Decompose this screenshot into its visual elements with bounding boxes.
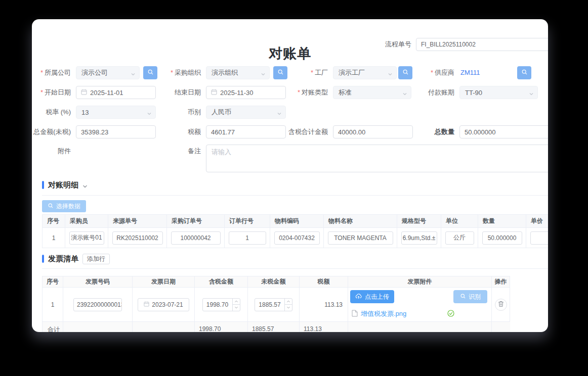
document-icon [352,310,358,318]
qty-input[interactable]: 50.000000 [482,231,522,245]
remark-textarea[interactable] [206,145,548,172]
factory-select[interactable]: 演示工厂 [333,66,397,79]
detail-col-no: 序号 [42,214,65,228]
invoice-col-number: 发票号码 [63,276,133,288]
summary-label: 合计 [42,322,63,332]
section-divider [42,268,548,269]
detail-section-title: 对账明细 [48,180,78,190]
invoice-tax-value: 113.13 [300,288,348,322]
invoice-table-row: 1 239220000000139 2023-07-21 1998.70 [42,288,510,322]
chevron-down-icon [131,71,136,78]
search-icon [460,293,466,301]
detail-header-row: 序号 采购员 来源单号 采购订单号 订单行号 物料编码 物料名称 规格型号 单位… [42,214,548,228]
invoice-col-untaxed: 未税金额 [248,276,300,288]
start-date-label: *开始日期 [32,86,71,99]
select-data-button[interactable]: 选择数据 [42,200,86,212]
spec-input[interactable]: 6.9um,Std.± [401,231,437,245]
invoice-col-date: 发票日期 [133,276,195,288]
factory-label: *工厂 [265,66,328,79]
trash-icon [498,301,504,309]
upload-cloud-icon [355,293,362,301]
po-no-input[interactable]: 100000042 [171,231,221,245]
supplier-label: *供应商 [391,66,454,79]
section-divider [42,195,548,196]
ocr-recognize-button[interactable]: 识别 [453,290,487,303]
invoice-file-link[interactable]: 增值税发票.png [352,309,406,318]
payment-term-select[interactable]: TT-90 [459,86,538,99]
tax-rate-label: 税率 (%) [32,106,71,119]
collapse-chevron-icon[interactable] [82,182,88,192]
section-accent-bar [42,181,44,189]
tax-rate-select[interactable]: 13 [76,106,156,119]
invoice-col-with-tax: 含税金额 [195,276,248,288]
stepper-up-icon[interactable] [285,299,292,305]
add-row-button[interactable]: 添加行 [82,254,110,264]
detail-col-price: 单价 [526,214,548,228]
line-no-input[interactable]: 1 [229,231,266,245]
detail-col-buyer: 采购员 [65,214,108,228]
amount-untaxed-stepper[interactable]: 1885.57 [255,298,292,311]
recon-type-label: *对账类型 [265,86,328,99]
invoice-col-action: 操作 [492,276,510,288]
stepper-down-icon[interactable] [233,305,240,311]
invoice-no-input[interactable]: 239220000000139 [73,298,122,311]
total-qty-label: 总数量 [391,125,454,138]
start-date-input[interactable]: 2025-11-01 [76,86,156,99]
detail-col-mat-name: 物料名称 [324,214,397,228]
material-name-input[interactable]: TONER MAGENTA [328,231,393,245]
unit-input[interactable]: 公斤 [445,231,474,245]
end-date-label: 结束日期 [148,86,201,99]
purchase-org-select[interactable]: 演示组织 [206,66,270,79]
calendar-icon [211,89,217,97]
stepper-down-icon[interactable] [285,305,292,311]
search-icon [521,68,528,77]
detail-col-unit: 单位 [441,214,478,228]
amount-with-tax-stepper[interactable]: 1998.70 [202,298,240,311]
total-untaxed-input[interactable]: 35398.23 [76,125,156,138]
invoice-section-title: 发票清单 [48,254,78,263]
company-label: *所属公司 [32,66,71,79]
invoice-col-no: 序号 [42,276,63,288]
buyer-input[interactable]: 演示账号01 [69,231,104,245]
upload-button[interactable]: 点击上传 [350,290,394,303]
search-icon [48,203,54,210]
price-input[interactable] [530,231,549,245]
invoice-attachment-cell: 点击上传 识别 增值税发票.png [348,288,492,322]
invoice-header-row: 序号 发票号码 发票日期 含税金额 未税金额 税额 发票附件 操作 [42,276,510,288]
invoice-col-file: 发票附件 [348,276,492,288]
currency-select[interactable]: 人民币 [206,106,286,119]
supplier-value-link[interactable]: ZM111 [460,66,480,79]
check-circle-icon [447,310,454,318]
invoice-date-input[interactable]: 2023-07-21 [138,298,189,311]
calendar-icon [144,301,149,308]
total-with-tax-label: 含税合计金额 [265,125,328,138]
company-select[interactable]: 演示公司 [76,66,140,79]
currency-label: 币别 [148,106,201,119]
page-title: 对账单 [32,44,548,63]
detail-col-source: 来源单号 [108,214,167,228]
stepper-up-icon[interactable] [233,299,240,305]
material-code-input[interactable]: 0204-007432 [274,231,320,245]
tax-amount-label: 税额 [148,125,201,138]
detail-table: 序号 采购员 来源单号 采购订单号 订单行号 物料编码 物料名称 规格型号 单位… [42,214,548,248]
summary-untaxed: 1885.57 [248,322,300,332]
detail-col-qty: 数量 [478,214,526,228]
invoice-row-index: 1 [42,288,63,322]
detail-row-index: 1 [42,228,65,248]
remark-label: 备注 [148,145,201,158]
delete-row-button[interactable] [495,299,507,311]
total-qty-input[interactable]: 50.000000 [459,125,548,138]
reconciliation-card: 流程单号 FI_BILL2025110002 对账单 *所属公司 演示公司 *采… [32,19,548,332]
total-untaxed-label: 总金额(未税) [32,125,71,138]
detail-col-line: 订单行号 [225,214,270,228]
attachment-label: 附件 [32,145,71,158]
section-accent-bar [42,255,44,263]
payment-term-label: 付款账期 [391,86,454,99]
chevron-down-icon [529,90,534,98]
detail-col-po: 采购订单号 [167,214,225,228]
invoice-summary-row: 合计 1998.70 1885.57 113.13 [42,322,510,332]
source-no-input[interactable]: RK2025110002 [112,231,163,245]
detail-col-mat-code: 物料编码 [270,214,324,228]
purchase-org-label: *采购组织 [148,66,201,79]
supplier-search-button[interactable] [517,66,531,79]
